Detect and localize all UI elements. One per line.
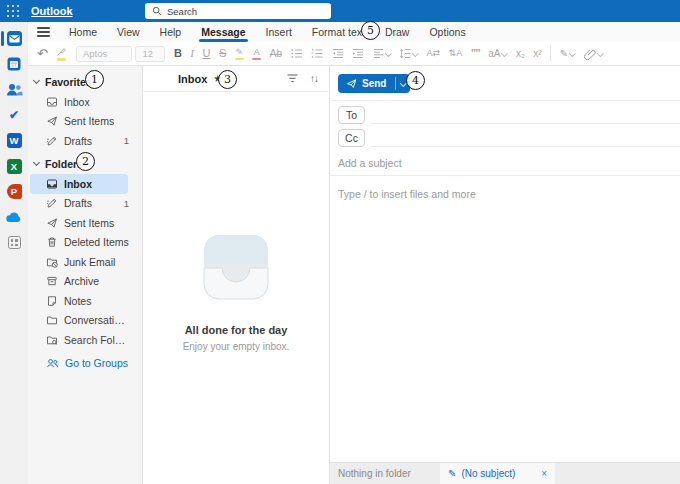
chevron-down-icon [33, 78, 40, 85]
line-spacing-icon [399, 48, 411, 59]
folder-item-search-folders[interactable]: Search Folders [28, 330, 142, 350]
annotation-circle-1: 1 [85, 70, 104, 89]
bold-button[interactable]: B [174, 48, 182, 59]
format-painter-icon [56, 46, 67, 57]
status-message: Nothing in folder [330, 468, 411, 479]
rail-item-word[interactable]: W [0, 128, 28, 154]
font-size-select[interactable]: 12 [135, 46, 165, 62]
unread-count-badge: 1 [124, 135, 129, 146]
quote-button[interactable]: ”” [471, 48, 480, 59]
decrease-indent-button[interactable] [332, 48, 344, 59]
text-direction-button[interactable]: A⇄ [427, 49, 441, 58]
todo-check-icon: ✔ [9, 108, 19, 122]
calendar-icon [6, 56, 22, 72]
numbered-list-button[interactable] [311, 48, 323, 59]
bullet-list-button[interactable] [291, 48, 303, 59]
powerpoint-icon: P [7, 184, 22, 199]
chevron-down-icon [502, 51, 507, 56]
tab-draw[interactable]: Draw [375, 22, 420, 42]
app-launcher-button[interactable] [0, 0, 26, 22]
rail-item-onedrive[interactable] [0, 205, 28, 231]
pen-icon: ✎ [560, 49, 568, 59]
message-list-pane: Inbox ★ ↑↓ All done for the day Enjoy yo… [142, 66, 330, 484]
send-icon [46, 217, 58, 229]
tab-home[interactable]: Home [59, 22, 107, 42]
message-body-input[interactable]: Type / to insert files and more [338, 188, 680, 200]
filter-icon[interactable] [287, 74, 298, 83]
attach-file-button[interactable] [584, 48, 603, 60]
clear-formatting-button[interactable]: Ab [270, 49, 282, 59]
tab-insert[interactable]: Insert [256, 22, 302, 42]
folder-item-deleted[interactable]: Deleted Items [28, 233, 142, 253]
highlight-button[interactable]: ✎ [235, 47, 244, 61]
outlook-logo[interactable]: Outlook [31, 5, 73, 17]
line-spacing-button[interactable] [399, 48, 418, 59]
favorite-item-inbox[interactable]: Inbox [28, 92, 142, 112]
rail-item-powerpoint[interactable]: P [0, 179, 28, 205]
folder-icon [46, 314, 58, 326]
italic-button[interactable]: I [190, 48, 194, 59]
folder-item-inbox[interactable]: Inbox [30, 174, 128, 194]
favorite-item-drafts[interactable]: Drafts 1 [28, 131, 142, 151]
folder-item-conversation-history[interactable]: Conversation Histo... [28, 311, 142, 331]
change-case-button[interactable]: aA [488, 49, 507, 59]
close-icon[interactable]: × [541, 468, 547, 479]
rail-item-outlook[interactable] [0, 26, 28, 52]
search-input[interactable]: Search [145, 3, 331, 19]
rail-item-more-apps[interactable] [0, 230, 28, 256]
superscript-button[interactable]: x² [533, 49, 541, 59]
annotation-circle-4: 4 [406, 71, 425, 90]
folder-item-sent[interactable]: Sent Items [28, 213, 142, 233]
empty-inbox-illustration [201, 232, 271, 302]
subscript-button[interactable]: x₂ [516, 49, 525, 59]
tab-options[interactable]: Options [419, 22, 475, 42]
rail-item-excel[interactable]: X [0, 154, 28, 180]
rail-item-todo[interactable]: ✔ [0, 103, 28, 129]
folder-item-junk[interactable]: Junk Email [28, 252, 142, 272]
font-name-select[interactable]: Aptos [76, 46, 132, 62]
folder-item-drafts[interactable]: Drafts 1 [28, 194, 142, 214]
folder-item-notes[interactable]: Notes [28, 291, 142, 311]
increase-indent-button[interactable] [352, 48, 364, 59]
underline-button[interactable]: U [203, 48, 211, 59]
empty-state-subtitle: Enjoy your empty inbox. [183, 341, 290, 352]
rail-item-people[interactable] [0, 77, 28, 103]
subject-input[interactable]: Add a subject [330, 157, 680, 176]
undo-button[interactable]: ↶ [37, 47, 48, 60]
favorite-item-sent[interactable]: Sent Items [28, 112, 142, 132]
tab-view[interactable]: View [107, 22, 150, 42]
inbox-icon [46, 178, 58, 190]
status-bar: Nothing in folder ✎ (No subject) × [330, 462, 680, 484]
send-button[interactable]: Send [338, 74, 410, 93]
align-button[interactable] [373, 48, 391, 59]
draw-pen-button[interactable]: ✎ [560, 49, 575, 59]
font-color-bar [252, 58, 261, 61]
font-color-button[interactable]: A [252, 47, 261, 61]
cc-input[interactable] [371, 129, 680, 147]
to-button[interactable]: To [338, 106, 365, 124]
strikethrough-button[interactable]: S [219, 48, 226, 59]
pencil-icon [46, 197, 58, 209]
rail-item-calendar[interactable] [0, 52, 28, 78]
unread-count-badge: 1 [124, 198, 129, 209]
folder-pane: Favorites Inbox Sent Items Drafts 1 [28, 66, 142, 484]
hamburger-menu-icon[interactable] [37, 27, 50, 37]
folder-item-archive[interactable]: Archive [28, 272, 142, 292]
chevron-down-icon [413, 51, 418, 56]
inbox-icon [46, 96, 58, 108]
sort-order-icon[interactable]: ↑↓ [310, 73, 318, 84]
search-icon [152, 6, 162, 16]
onedrive-cloud-icon [5, 211, 23, 223]
highlight-color-bar [235, 58, 244, 61]
format-painter-button[interactable] [56, 46, 67, 61]
to-input[interactable] [371, 106, 680, 124]
go-to-groups-link[interactable]: Go to Groups [28, 354, 142, 373]
tab-message[interactable]: Message [191, 22, 255, 42]
sort-text-button[interactable]: ⇅A [449, 49, 463, 58]
draft-tab[interactable]: ✎ (No subject) × [440, 463, 555, 484]
more-apps-icon [8, 236, 21, 249]
waffle-icon [7, 5, 20, 18]
tab-help[interactable]: Help [150, 22, 192, 42]
cc-button[interactable]: Cc [338, 129, 365, 147]
outlook-mail-icon [6, 30, 23, 47]
